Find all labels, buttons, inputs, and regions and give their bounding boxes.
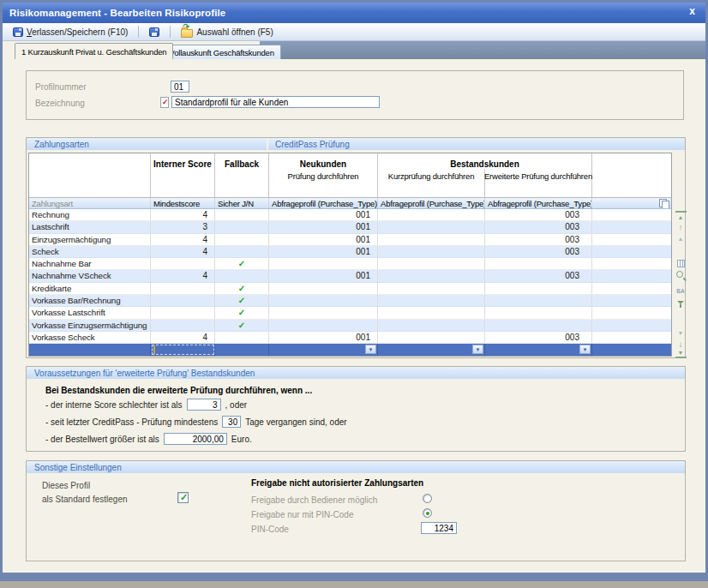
cell-query-profile-short [378,332,485,343]
radio-pin[interactable] [423,508,432,518]
save-button[interactable] [144,25,165,39]
edit-cell-short[interactable] [378,344,485,356]
table-row[interactable]: Einzugsermächtigung 4 001 003 [29,234,671,246]
condition-score-label: - der interne Score schlechter ist als [45,400,183,410]
dropdown-button[interactable] [365,345,376,354]
conditions-title: Voraussetzungen für 'erweiterte Prüfung'… [27,369,255,378]
app-window: Risikomanagement - Bearbeiten Risikoprof… [0,0,708,581]
pin-code-label: PIN-Code [251,525,289,534]
close-icon[interactable]: x [689,5,695,17]
header-existing-extended: Erweiterte Prüfung durchführen [484,171,592,197]
order-value-input[interactable] [164,433,227,445]
table-row[interactable]: Nachnahme VScheck 4 001 003 [29,270,671,282]
titlebar: Risikomanagement - Bearbeiten Risikoprof… [3,3,705,23]
edit-cell-new[interactable] [269,344,378,356]
cell-query-profile-short [378,320,485,331]
cell-query-profile-extended: 003 [485,246,592,257]
pin-code-input[interactable] [421,522,457,534]
cell-payment-type: Lastschrift [29,221,151,232]
cell-query-profile-new: 001 [269,332,378,343]
table-band: Zahlungsarten CreditPass Prüfung [27,138,685,150]
table-row[interactable]: Vorkasse Einzugsermächtigung [29,320,671,332]
table-row[interactable]: Vorkasse Scheck 4 001 003 [29,332,671,344]
edit-cell-fallback[interactable] [215,344,269,356]
scroll-top-icon[interactable] [675,211,687,221]
save-exit-icon [13,27,23,37]
cell-payment-type: Rechnung [29,209,151,220]
grid-edit-row[interactable] [29,344,671,356]
cell-empty [592,332,671,343]
grid-subheader: Zahlungsart Mindestscore Sicher J/N Abfr… [29,198,671,209]
window-title: Risikomanagement - Bearbeiten Risikoprof… [9,8,225,18]
cell-query-profile-extended: 003 [485,234,592,245]
cell-query-profile-extended: 003 [485,221,592,232]
subheader-min-score: Mindestscore [151,198,215,208]
standard-checkbox[interactable] [177,492,189,503]
option-pin-label: Freigabe nur mit PIN-Code [251,510,354,519]
save-exit-button[interactable]: Verlassen/Speichern (F10) [8,25,133,39]
filter-icon[interactable] [675,299,687,309]
profile-number-input[interactable] [171,81,189,93]
conditions-intro: Bei Bestandskunden die erweiterte Prüfun… [45,386,312,395]
cell-min-score: 4 [151,246,215,257]
cell-query-profile-short [378,234,485,245]
edit-cell-extended[interactable] [485,344,592,356]
cell-payment-type: Scheck [29,246,151,257]
validate-doc-icon[interactable] [160,97,169,108]
profile-name-input[interactable] [171,96,380,108]
open-selection-button[interactable]: Auswahl öffnen (F5) [176,25,278,39]
cell-fallback-secure [215,209,269,220]
header-payment-empty [29,153,151,197]
table-row[interactable]: Lastschrift 3 001 003 [29,221,671,233]
cell-min-score: 4 [151,270,215,281]
score-threshold-input[interactable] [187,399,221,411]
condition-line-amount: - der Bestellwert größer ist als Euro. [45,433,252,445]
page-up-icon[interactable] [675,233,687,243]
cell-payment-type: Kreditkarte [29,283,151,294]
cell-query-profile-new: 001 [269,221,378,232]
header-new-customers-sub: Prüfung durchführen [288,171,359,181]
cell-fallback-secure [215,283,269,294]
table-row[interactable]: Rechnung 4 001 003 [29,209,671,221]
condition-amount-suffix: Euro. [231,435,252,444]
cell-empty [592,234,671,245]
columns-icon[interactable] [677,260,685,267]
table-row[interactable]: Scheck 4 001 003 [29,246,671,258]
copy-icon[interactable] [659,199,669,208]
cell-min-score [151,258,215,269]
table-row[interactable]: Kreditkarte [29,283,671,295]
cell-query-profile-extended [485,283,592,294]
radio-operator[interactable] [423,494,432,503]
cell-empty [592,221,671,232]
page-down-icon[interactable] [675,327,687,338]
dropdown-button[interactable] [579,345,591,354]
edit-cell-score[interactable] [151,344,215,356]
cell-empty [592,209,671,220]
search-icon[interactable] [675,270,687,280]
edit-cell-last[interactable] [592,344,671,356]
table-row[interactable]: Vorkasse Bar/Rechnung [29,295,671,307]
table-row[interactable]: Nachnahme Bar [29,258,671,270]
cell-query-profile-short [378,283,485,294]
toolbar: Verlassen/Speichern (F10) Auswahl öffnen… [3,23,705,41]
table-row[interactable]: Vorkasse Lastschrift [29,307,671,319]
cell-payment-type: Vorkasse Lastschrift [29,307,151,318]
days-threshold-input[interactable] [222,416,241,428]
settings-box: Sonstige Einstellungen Dieses Profil als… [26,460,686,561]
sort-icon[interactable] [675,285,687,296]
scroll-bottom-icon[interactable] [675,348,687,358]
dropdown-button[interactable] [472,345,483,354]
cell-empty [592,270,671,281]
tab-vollauskunft[interactable]: 2 Vollauskunft Geschäftskunden [156,45,281,59]
tab-strip-band [260,41,705,59]
cell-query-profile-short [378,246,485,257]
tab-kurzauskunft[interactable]: 1 Kurzauskunft Privat u. Geschäftskunden [15,43,173,59]
cell-empty [592,283,671,294]
grid-side-toolbar [675,211,687,358]
condition-amount-label: - der Bestellwert größer ist als [45,435,159,444]
cell-query-profile-extended [485,320,592,331]
content: Profilnummer Bezeichnung Zahlungsarten C… [5,60,703,573]
cell-query-profile-short [378,295,485,306]
row-up-icon[interactable] [675,222,687,232]
edit-cell-name[interactable] [29,344,151,356]
